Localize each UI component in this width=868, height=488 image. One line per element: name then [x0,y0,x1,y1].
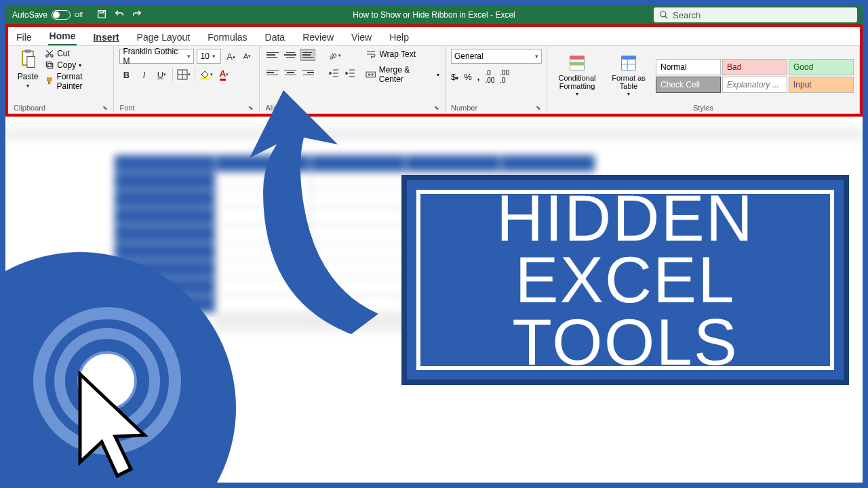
tab-data[interactable]: Data [264,29,287,45]
svg-rect-8 [48,64,53,68]
borders-button[interactable]: ▾ [177,68,191,81]
align-top-button[interactable] [265,49,280,61]
tab-review[interactable]: Review [301,29,335,45]
conditional-formatting-label: Conditional Formatting [553,74,601,90]
dialog-launcher-icon[interactable]: ⬊ [434,104,439,111]
group-styles: Conditional Formatting▾ Format as Table▾… [547,46,860,113]
format-as-table-button[interactable]: Format as Table▾ [604,54,653,98]
paste-label: Paste [18,72,39,81]
cell-styles-gallery[interactable]: Normal Bad Good Check Cell Explanatory .… [656,59,854,93]
callout-line2: EXCEL TOOLS [420,249,830,372]
tab-file[interactable]: File [15,29,33,45]
dialog-launcher-icon[interactable]: ⬊ [536,104,541,111]
svg-point-2 [660,12,666,17]
increase-decimal-button[interactable]: .0.00 [485,69,494,84]
paintbrush-icon [45,77,54,86]
font-size-combo[interactable]: 10▾ [197,49,221,64]
ribbon-highlight: File Home Insert Page Layout Formulas Da… [5,24,863,117]
group-number: General▾ $▾ % , .0.00 .00.0 Number⬊ [446,46,547,113]
svg-rect-16 [570,56,585,60]
style-explanatory[interactable]: Explanatory ... [722,77,787,93]
search-icon [659,10,669,20]
decrease-font-icon[interactable]: A▾ [240,49,254,63]
undo-icon[interactable] [114,9,125,22]
chevron-down-icon: ▾ [26,83,29,89]
toggle-switch-icon [52,10,71,20]
tab-formulas[interactable]: Formulas [206,29,248,45]
window-title: How to Show or Hide Ribbon in Excel - Ex… [353,10,515,20]
scissors-icon [45,49,54,58]
bold-button[interactable]: B [119,68,133,81]
style-input[interactable]: Input [789,77,854,93]
cut-button[interactable]: Cut [45,49,108,58]
wrap-text-label: Wrap Text [379,49,416,59]
increase-font-icon[interactable]: A▴ [224,49,237,63]
tab-view[interactable]: View [350,29,373,45]
format-table-label: Format as Table [604,74,653,90]
font-name-combo[interactable]: Franklin Gothic M▾ [119,49,194,64]
number-group-label: Number [451,104,477,112]
styles-group-label: Styles [693,104,713,112]
group-clipboard: Paste ▾ Cut Copy ▾ Format Painter C [8,46,114,113]
svg-rect-1 [100,10,103,12]
italic-button[interactable]: I [137,68,151,81]
conditional-formatting-button[interactable]: Conditional Formatting▾ [553,54,601,98]
style-good[interactable]: Good [789,59,854,75]
autosave-label: AutoSave [12,10,47,20]
copy-icon [45,60,54,70]
align-middle-button[interactable] [283,49,298,61]
cut-label: Cut [57,49,70,58]
chevron-down-icon: ▾ [627,92,630,98]
decrease-decimal-button[interactable]: .00.0 [500,69,509,84]
cursor-icon [60,367,168,488]
chevron-down-icon: ▾ [535,53,538,60]
border-icon [177,69,188,80]
callout-box: HIDDEN EXCEL TOOLS [401,175,849,385]
number-format-combo[interactable]: General▾ [451,49,542,64]
paste-button[interactable]: Paste ▾ [14,49,42,89]
copy-button[interactable]: Copy ▾ [45,60,108,70]
ribbon: Paste ▾ Cut Copy ▾ Format Painter C [8,46,860,114]
comma-button[interactable]: , [477,72,480,82]
format-painter-button[interactable]: Format Painter [45,72,108,91]
tab-insert[interactable]: Insert [92,29,120,45]
ribbon-tabs: File Home Insert Page Layout Formulas Da… [8,27,860,46]
dialog-launcher-icon[interactable]: ⬊ [102,104,108,111]
copy-label: Copy [57,60,76,70]
chevron-down-icon: ▾ [79,62,81,68]
svg-rect-5 [27,56,35,67]
chevron-down-icon: ▾ [187,53,191,60]
align-bottom-button[interactable] [300,49,315,61]
callout-line1: HIDDEN [496,187,754,249]
svg-rect-9 [47,62,52,66]
svg-rect-4 [25,49,31,53]
style-bad[interactable]: Bad [722,59,787,75]
font-group-label: Font [119,104,134,112]
wrap-text-icon [366,49,376,60]
style-check-cell[interactable]: Check Cell [656,77,721,93]
accounting-button[interactable]: $▾ [451,72,458,82]
svg-rect-19 [622,56,636,60]
underline-button[interactable]: U▾ [155,68,168,81]
percent-button[interactable]: % [464,72,472,82]
title-bar: AutoSave Off How to Show or Hide Ribbon … [5,5,863,24]
paste-icon [18,49,37,70]
autosave-toggle[interactable]: AutoSave Off [5,10,90,20]
svg-rect-10 [47,78,52,81]
search-input[interactable]: Search [654,7,857,22]
wrap-text-button[interactable]: Wrap Text [366,49,439,60]
format-painter-label: Format Painter [57,72,108,91]
svg-rect-17 [570,62,585,65]
orientation-button[interactable]: ab▾ [328,49,341,62]
chevron-down-icon: ▾ [212,53,216,60]
save-icon[interactable] [96,9,107,22]
orientation-icon: ab [328,50,338,61]
redo-icon[interactable] [132,9,142,22]
autosave-state: Off [75,12,83,18]
style-normal[interactable]: Normal [656,59,721,75]
clipboard-group-label: Clipboard [14,104,45,112]
curved-arrow-icon [202,70,406,341]
tab-help[interactable]: Help [388,29,410,45]
tab-page-layout[interactable]: Page Layout [136,29,192,45]
tab-home[interactable]: Home [48,28,77,45]
